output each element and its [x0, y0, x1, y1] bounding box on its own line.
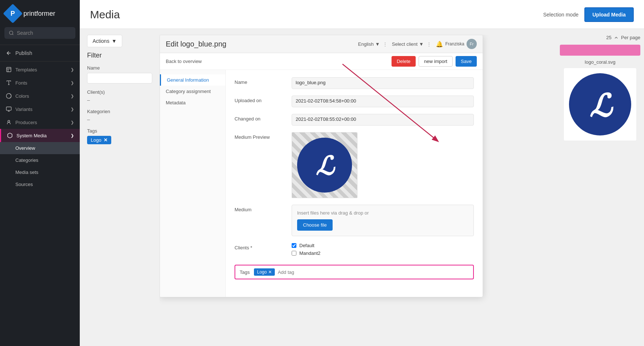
filter-title: Filter [87, 52, 152, 59]
sidebar-sub-item-categories[interactable]: Categories [0, 154, 80, 166]
search-input[interactable] [17, 30, 71, 36]
sidebar-item-variants[interactable]: Variants ❯ [0, 103, 80, 116]
sidebar-item-producers[interactable]: Producers ❯ [0, 116, 80, 129]
tags-label-inline: Tags [240, 269, 250, 275]
uploaded-on-label: Uploaded on [235, 96, 286, 103]
selection-mode-text: Selection mode [543, 12, 579, 18]
publish-label: Publish [15, 50, 32, 56]
medium-preview-label: Medium Preview [235, 132, 286, 140]
filter-tags-label: Tags [87, 128, 152, 134]
nav-item-metadata[interactable]: Metadata [160, 97, 225, 108]
page-title: Media [90, 8, 120, 21]
language-chevron-icon: ▼ [375, 41, 380, 47]
sidebar-item-colors[interactable]: Colors ❯ [0, 89, 80, 103]
form-row-medium: Medium Insert files here via drag & drop… [235, 205, 474, 236]
main-header: Media Selection mode Upload Media [80, 0, 644, 29]
filter-name-input[interactable] [87, 73, 152, 83]
colors-label: Colors [15, 93, 29, 99]
tags-row: Tags Logo ✕ [235, 265, 474, 279]
header-right: Selection mode Upload Media [543, 7, 634, 22]
sidebar: P printformer Publish Templates ❯ Fonts … [0, 0, 80, 346]
filter-clients-dash: – [87, 97, 152, 103]
clients-checkboxes: Default Mandant2 [292, 243, 321, 258]
media-sets-label: Media sets [15, 170, 38, 175]
nav-item-general-info[interactable]: General Information [160, 74, 225, 86]
filter-clients-label: Client(s) [87, 89, 152, 95]
filter-panel: Actions ▼ Filter Name Client(s) – Katego… [80, 35, 160, 346]
logo-preview-script: ℒ [315, 154, 334, 179]
default-checkbox-row: Default [292, 243, 321, 248]
logo-tag[interactable]: Logo ✕ [87, 136, 111, 144]
form-row-medium-preview: Medium Preview ℒ [235, 132, 474, 198]
upload-media-button[interactable]: Upload Media [584, 7, 634, 22]
categories-label: Categories [15, 157, 38, 163]
back-to-overview-link[interactable]: Back to overview [166, 59, 202, 64]
modal-form: Name logo_blue.png Uploaded on 2021-02-0… [226, 70, 483, 297]
logo-diamond-icon: P [3, 4, 23, 23]
modal-controls: English ▼ ⋮ Select client ▼ ⋮ 🔔 Franzisk… [358, 39, 477, 49]
main-content: Media Selection mode Upload Media Action… [80, 0, 644, 346]
form-row-uploaded-on: Uploaded on 2021-02-02T08:54:58+00:00 [235, 96, 474, 107]
svg-line-1 [12, 34, 14, 35]
logo-tag-chip[interactable]: Logo ✕ [254, 268, 275, 276]
coral-filename: logo_coral.svg [560, 59, 640, 65]
modal-actions: Delete new import Save [392, 56, 477, 67]
medium-preview-box: ℒ [292, 132, 357, 198]
modal-topbar: Edit logo_blue.png English ▼ ⋮ Select cl… [160, 35, 483, 53]
filter-name-label: Name [87, 65, 152, 71]
language-label: English [358, 41, 374, 47]
logo-tag-remove[interactable]: ✕ [104, 137, 108, 143]
filter-kategorien-dash: – [87, 116, 152, 122]
name-value: logo_blue.png [292, 77, 474, 89]
delete-button[interactable]: Delete [392, 56, 416, 67]
default-checkbox[interactable] [292, 243, 296, 248]
name-label: Name [235, 77, 286, 85]
sidebar-sub-item-overview[interactable]: Overview [0, 142, 80, 154]
modal-toolbar: Back to overview Delete new import Save [160, 53, 483, 70]
sidebar-sub-item-media-sets[interactable]: Media sets [0, 166, 80, 178]
search-icon [9, 30, 14, 36]
medium-upload-area[interactable]: Insert files here via drag & drop or Cho… [292, 205, 474, 236]
sidebar-sub-item-sources[interactable]: Sources [0, 178, 80, 190]
sidebar-item-fonts[interactable]: Fonts ❯ [0, 76, 80, 89]
sidebar-item-templates[interactable]: Templates ❯ [0, 63, 80, 76]
bell-icon[interactable]: 🔔 [436, 41, 443, 48]
chevron-right-icon: ❯ [71, 107, 74, 112]
mandant2-checkbox-row: Mandant2 [292, 250, 321, 256]
choose-file-button[interactable]: Choose file [297, 219, 333, 231]
dots-icon: ⋮ [383, 41, 387, 47]
fonts-label: Fonts [15, 80, 27, 86]
mandant2-checkbox[interactable] [292, 251, 296, 256]
client-chevron-icon: ▼ [419, 41, 424, 47]
svg-point-12 [8, 120, 10, 122]
sidebar-item-system-media[interactable]: System Media ❯ [0, 129, 80, 142]
changed-on-value: 2021-02-02T08:55:02+00:00 [292, 114, 474, 126]
avatar[interactable]: Fr [467, 39, 477, 49]
sources-label: Sources [15, 182, 33, 187]
search-container[interactable] [4, 27, 75, 39]
actions-chevron-icon: ▼ [112, 38, 117, 44]
new-import-button[interactable]: new import [419, 56, 453, 67]
tag-chip-remove[interactable]: ✕ [268, 269, 272, 275]
producers-icon [6, 119, 12, 125]
chevron-right-icon: ❯ [71, 120, 74, 125]
colors-icon [6, 93, 12, 99]
per-page-arrows-icon[interactable] [614, 35, 619, 40]
sidebar-item-publish[interactable]: Publish [0, 46, 80, 60]
variants-icon [6, 106, 12, 112]
client-select[interactable]: Select client ▼ ⋮ [392, 41, 431, 47]
fonts-icon [6, 80, 12, 86]
chevron-right-icon: ❯ [71, 67, 74, 72]
medium-label: Medium [235, 205, 286, 212]
workspace: Edit logo_blue.png English ▼ ⋮ Select cl… [160, 35, 556, 346]
right-panel: 25 Per page logo_coral.svg ℒ [556, 35, 644, 346]
add-tag-input[interactable] [278, 269, 469, 275]
chevron-down-icon: ❯ [71, 133, 74, 138]
coral-top-bar [560, 45, 640, 56]
actions-button[interactable]: Actions ▼ [87, 35, 122, 47]
logo-preview-circle: ℒ [297, 138, 352, 193]
nav-item-category-assignment[interactable]: Category assignment [160, 86, 225, 97]
save-button[interactable]: Save [456, 56, 477, 67]
language-select[interactable]: English ▼ ⋮ [358, 41, 388, 47]
form-row-clients: Clients * Default Mandant2 [235, 243, 474, 258]
